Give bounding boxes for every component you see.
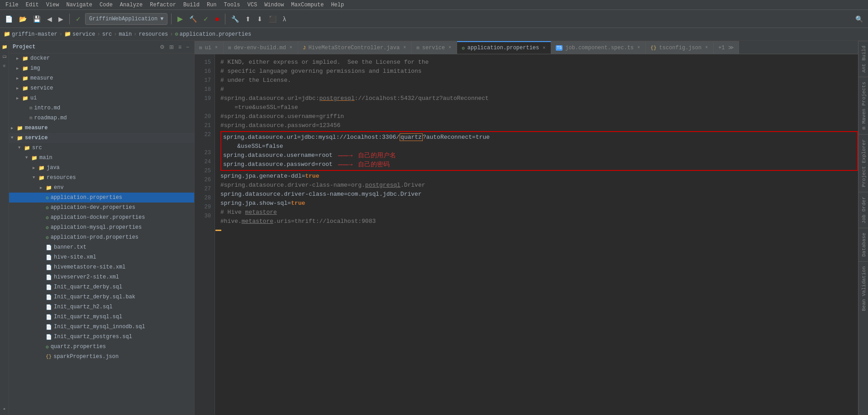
run-btn[interactable]: ▶ xyxy=(175,13,185,24)
tree-measure[interactable]: ▶ 📁 measure xyxy=(9,73,194,83)
favorites-icon[interactable]: ★ xyxy=(1,405,8,412)
breadcrumb-src[interactable]: src xyxy=(102,31,112,38)
tab-ui[interactable]: m ui × xyxy=(195,41,224,54)
lambda-btn[interactable]: λ xyxy=(281,14,288,24)
tree-init-derby[interactable]: ▶ 📄 Init_quartz_derby.sql xyxy=(9,282,194,292)
code-editor[interactable]: 15 16 17 18 19 20 21 22 23 24 25 26 27 2… xyxy=(195,54,858,415)
breadcrumb-app-props[interactable]: ⚙application.properties xyxy=(175,31,252,38)
menu-build[interactable]: Build xyxy=(180,0,203,9)
tree-quartz[interactable]: ▶ ⚙ quartz.properties xyxy=(9,342,194,352)
tree-init-mysql-innodb[interactable]: ▶ 📄 Init_quartz_mysql_innodb.sql xyxy=(9,322,194,332)
undo-btn[interactable]: ✓ xyxy=(73,14,83,24)
tree-init-derby-bak[interactable]: ▶ 📄 Init_quartz_derby.sql.bak xyxy=(9,292,194,302)
breadcrumb-main[interactable]: main xyxy=(119,31,132,38)
tree-measure2[interactable]: ▶ 📁 measure xyxy=(9,123,194,133)
tab-dev-env-close[interactable]: × xyxy=(289,45,293,51)
tab-tsconfig-close[interactable]: × xyxy=(704,45,709,51)
tab-dev-env[interactable]: m dev-env-build.md × xyxy=(224,41,298,54)
panel-settings-btn[interactable]: ⚙ xyxy=(158,43,166,51)
panel-close-btn[interactable]: − xyxy=(185,43,191,51)
menu-window[interactable]: Window xyxy=(261,0,287,9)
menu-run[interactable]: Run xyxy=(203,0,220,9)
tab-service[interactable]: m service × xyxy=(412,41,457,54)
panel-bean-validation[interactable]: Bean Validation xyxy=(858,261,868,316)
panel-maven[interactable]: m Maven Projects xyxy=(858,77,868,134)
file-spark-icon: {} xyxy=(46,354,52,359)
menu-help[interactable]: Help xyxy=(327,0,348,9)
menu-code[interactable]: Code xyxy=(96,0,116,9)
tree-java[interactable]: ▶ 📁 java xyxy=(9,163,194,173)
menu-file[interactable]: File xyxy=(2,0,22,9)
tree-docker[interactable]: ▶ 📁 docker xyxy=(9,53,194,63)
project-dropdown[interactable]: GriffinWebApplication ▼ xyxy=(85,13,167,25)
breadcrumb-service[interactable]: 📁service xyxy=(64,31,95,38)
stop-btn[interactable]: ■ xyxy=(213,14,221,24)
tab-hive[interactable]: J HiveMetaStoreController.java × xyxy=(298,41,412,54)
tab-app-props-close[interactable]: × xyxy=(542,45,546,51)
vcs-btn[interactable]: ⬆ xyxy=(243,14,253,24)
tree-app-dev[interactable]: ▶ ⚙ application-dev.properties xyxy=(9,203,194,212)
menu-navigate[interactable]: Navigate xyxy=(62,0,96,9)
back-btn[interactable]: ◀ xyxy=(45,14,54,24)
new-file-btn[interactable]: 📄 xyxy=(3,14,15,24)
tree-intro[interactable]: ▶ m intro.md xyxy=(9,103,194,113)
vcs2-btn[interactable]: ⬇ xyxy=(255,14,265,24)
tree-roadmap[interactable]: ▶ m roadmap.md xyxy=(9,113,194,123)
tree-hivemeta[interactable]: ▶ 📄 hivemetastore-site.xml xyxy=(9,262,194,272)
tree-app-prod[interactable]: ▶ ⚙ application-prod.properties xyxy=(9,232,194,242)
terminal-btn[interactable]: ⬛ xyxy=(267,14,279,24)
panel-job-order[interactable]: Job Order xyxy=(858,192,868,228)
save-btn[interactable]: 💾 xyxy=(31,14,43,24)
coverage-btn[interactable]: ✓ xyxy=(201,14,211,24)
tab-app-props[interactable]: ⚙ application.properties × xyxy=(457,41,551,54)
breadcrumb-griffin[interactable]: 📁griffin-master xyxy=(4,31,57,38)
tree-img[interactable]: ▶ 📁 img xyxy=(9,63,194,73)
tree-banner[interactable]: ▶ 📄 banner.txt xyxy=(9,242,194,252)
panel-project-explorer[interactable]: Project Explorer xyxy=(858,134,868,192)
tree-service-main[interactable]: ▼ 📁 service xyxy=(9,133,194,143)
menu-edit[interactable]: Edit xyxy=(22,0,43,9)
tab-ui-close[interactable]: × xyxy=(214,45,219,51)
tree-init-h2[interactable]: ▶ 📄 Init_quartz_h2.sql xyxy=(9,302,194,312)
menu-analyze[interactable]: Analyze xyxy=(116,0,146,9)
panel-ant-build[interactable]: Ant Build xyxy=(858,41,868,77)
tree-src[interactable]: ▼ 📁 src xyxy=(9,143,194,153)
tree-resources[interactable]: ▼ 📁 resources xyxy=(9,173,194,183)
search-btn[interactable]: 🔍 xyxy=(853,14,865,24)
tree-app-docker[interactable]: ▶ ⚙ application-docker.properties xyxy=(9,212,194,222)
menu-maxcompute[interactable]: MaxCompute xyxy=(287,0,327,9)
tab-job-spec[interactable]: TS job.component.spec.ts × xyxy=(551,41,646,54)
tab-more[interactable]: +1 ≫ xyxy=(714,41,739,54)
menu-view[interactable]: View xyxy=(43,0,63,9)
breadcrumb-resources[interactable]: resources xyxy=(138,31,168,38)
tree-main[interactable]: ▼ 📁 main xyxy=(9,153,194,163)
code-content[interactable]: # KIND, either express or implied. See t… xyxy=(215,54,858,230)
tree-app-props[interactable]: ▶ ⚙ application.properties xyxy=(9,193,194,203)
menu-tools[interactable]: Tools xyxy=(220,0,244,9)
tree-ui[interactable]: ▶ 📁 ui xyxy=(9,93,194,103)
tree-init-postgres[interactable]: ▶ 📄 Init_quartz_postgres.sql xyxy=(9,332,194,342)
open-btn[interactable]: 📂 xyxy=(17,14,29,24)
tree-spark[interactable]: ▶ {} sparkProperties.json xyxy=(9,352,194,362)
tree-service-top[interactable]: ▶ 📁 service xyxy=(9,83,194,93)
tree-env[interactable]: ▶ 📁 env xyxy=(9,183,194,193)
tools-btn[interactable]: 🔧 xyxy=(229,14,241,24)
structure-icon[interactable]: ≡ xyxy=(1,62,8,70)
build-btn[interactable]: 🔨 xyxy=(187,14,199,24)
project-icon[interactable]: 📁 xyxy=(1,43,8,51)
menu-refactor[interactable]: Refactor xyxy=(146,0,180,9)
tab-hive-close[interactable]: × xyxy=(402,45,407,51)
panel-gear-btn[interactable]: ≡ xyxy=(177,43,183,51)
explorer-icon[interactable]: 🗂 xyxy=(1,53,8,60)
forward-btn[interactable]: ▶ xyxy=(56,14,66,24)
menu-vcs[interactable]: VCS xyxy=(244,0,261,9)
panel-layout-btn[interactable]: ⊞ xyxy=(168,43,175,51)
tree-init-mysql-sql[interactable]: ▶ 📄 Init_quartz_mysql.sql xyxy=(9,312,194,322)
tree-app-mysql[interactable]: ▶ ⚙ application-mysql.properties xyxy=(9,222,194,232)
tab-job-spec-close[interactable]: × xyxy=(636,45,641,51)
tree-hive-site[interactable]: ▶ 📄 hive-site.xml xyxy=(9,252,194,262)
panel-database[interactable]: Database xyxy=(858,228,868,261)
tab-service-close[interactable]: × xyxy=(448,45,452,51)
tab-tsconfig[interactable]: {} tsconfig.json × xyxy=(646,41,714,54)
tree-hiveserver2[interactable]: ▶ 📄 hiveserver2-site.xml xyxy=(9,272,194,282)
